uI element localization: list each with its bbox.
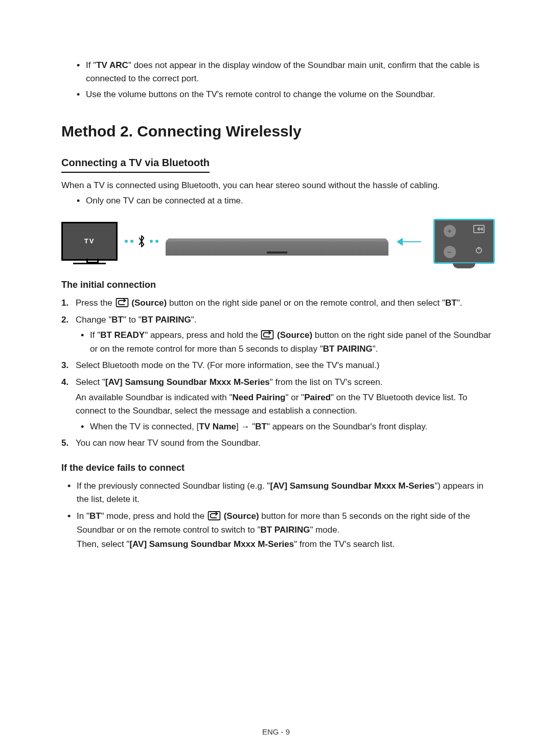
source-icon (208, 510, 221, 523)
svg-rect-1 (481, 227, 482, 231)
text: " appears on the Soundbar's front displa… (267, 422, 427, 431)
steps-list: 1. Press the (Source) button on the righ… (61, 296, 495, 450)
text: " mode. (310, 525, 339, 535)
text: ". (373, 344, 378, 354)
text: button on the right side panel or on the… (167, 298, 445, 308)
text: If " (86, 60, 96, 70)
text: " appears, press and hold the (145, 330, 260, 340)
bullet-item: In "BT" mode, press and hold the (Source… (77, 510, 495, 551)
text-strong: (Source) (221, 511, 259, 521)
step-number: 5. (61, 437, 68, 450)
text: Select Bluetooth mode on the TV. (For mo… (76, 360, 379, 370)
bullet-item: When the TV is connected, [TV Name] → "B… (90, 420, 495, 433)
text: ". (191, 315, 197, 325)
source-icon (116, 296, 129, 310)
page-number: ENG - 9 (0, 726, 552, 738)
top-bullet-list: If "TV ARC" does not appear in the displ… (61, 59, 495, 101)
text-strong: [AV] Samsung Soundbar Mxxx M-Series (270, 481, 434, 491)
soundbar-side-panel-illustration: + – (433, 219, 495, 264)
fails-section: If the device fails to connect If the pr… (61, 461, 495, 551)
text: " from the TV's search list. (294, 539, 395, 549)
text: You can now hear TV sound from the Sound… (76, 438, 261, 448)
text: Use the volume buttons on the TV's remot… (86, 89, 435, 99)
sub-bullet-list: If "BT READY" appears, press and hold th… (76, 329, 495, 356)
text: " does not appear in the display window … (86, 60, 479, 83)
power-icon (473, 245, 485, 259)
step-item: 4. Select "[AV] Samsung Soundbar Mxxx M-… (74, 376, 495, 433)
bluetooth-diagram: TV + – (61, 219, 495, 264)
text: " mode, press and hold the (101, 511, 207, 521)
text-strong: BT (111, 315, 123, 325)
text-strong: BT PAIRING (260, 525, 310, 535)
bullet-item: Use the volume buttons on the TV's remot… (86, 88, 495, 101)
text-strong: [AV] Samsung Soundbar Mxxx M-Series (105, 377, 270, 387)
text: " to " (123, 315, 142, 325)
text: If the previously connected Soundbar lis… (77, 481, 270, 491)
intro-bullet-list: Only one TV can be connected at a time. (61, 194, 495, 208)
step-number: 2. (61, 313, 68, 327)
text-strong: TV Name (199, 422, 236, 431)
text-strong: BT READY (100, 330, 145, 340)
step-number: 4. (61, 376, 68, 389)
text-strong: BT PAIRING (142, 315, 191, 325)
text: ] → " (236, 422, 255, 431)
text: Only one TV can be connected at a time. (86, 196, 243, 205)
text: In " (77, 511, 89, 521)
text: When the TV is connected, [ (90, 422, 199, 431)
pointer-line (396, 223, 426, 259)
initial-connection-heading: The initial connection (61, 278, 495, 292)
text-strong: Paired (304, 393, 331, 402)
text-strong: BT PAIRING (323, 344, 373, 354)
tv-illustration: TV (61, 222, 118, 261)
step-item: 2. Change "BT" to "BT PAIRING". If "BT R… (74, 313, 495, 356)
text-strong: BT (255, 422, 267, 431)
text-strong: TV ARC (96, 60, 128, 70)
step-item: 1. Press the (Source) button on the righ… (74, 296, 495, 310)
text-strong: BT (445, 298, 457, 308)
text: Select " (76, 377, 105, 387)
text: Press the (76, 298, 115, 308)
text-strong: BT (89, 511, 101, 521)
source-icon (261, 329, 274, 342)
text: An available Soundbar is indicated with … (76, 393, 233, 402)
bluetooth-link-dots (125, 235, 158, 248)
fails-heading: If the device fails to connect (61, 461, 495, 475)
volume-up-icon: + (444, 225, 456, 237)
text: ". (457, 298, 463, 308)
sub-bullet-list: When the TV is connected, [TV Name] → "B… (76, 420, 495, 433)
text: " from the list on TV's screen. (270, 377, 383, 387)
bullet-item: If "TV ARC" does not appear in the displ… (86, 59, 495, 86)
step-number: 1. (61, 296, 68, 310)
text-strong: (Source) (274, 330, 312, 340)
intro-text: When a TV is connected using Bluetooth, … (61, 179, 495, 192)
section-heading: Connecting a TV via Bluetooth (61, 155, 210, 173)
text: If " (90, 330, 100, 340)
text: " or " (285, 393, 304, 402)
text-strong: (Source) (129, 298, 167, 308)
step-item: 3. Select Bluetooth mode on the TV. (For… (74, 359, 495, 372)
fails-list: If the previously connected Soundbar lis… (61, 479, 495, 551)
step-number: 3. (61, 359, 68, 372)
step-item: 5. You can now hear TV sound from the So… (74, 437, 495, 450)
bullet-item: If the previously connected Soundbar lis… (77, 479, 495, 507)
bullet-item: Only one TV can be connected at a time. (86, 194, 495, 208)
method-heading: Method 2. Connecting Wirelessly (61, 120, 495, 144)
text-strong: [AV] Samsung Soundbar Mxxx M-Series (129, 539, 294, 549)
text: Then, select " (77, 539, 129, 549)
step-continuation: An available Soundbar is indicated with … (76, 391, 495, 418)
text-strong: Need Pairing (233, 393, 286, 402)
soundbar-illustration (166, 241, 388, 256)
volume-down-icon: – (444, 246, 456, 258)
source-icon (473, 224, 485, 238)
tv-label: TV (84, 236, 95, 246)
bluetooth-icon (136, 235, 147, 248)
bullet-item: If "BT READY" appears, press and hold th… (90, 329, 495, 356)
text: Change " (76, 315, 111, 325)
